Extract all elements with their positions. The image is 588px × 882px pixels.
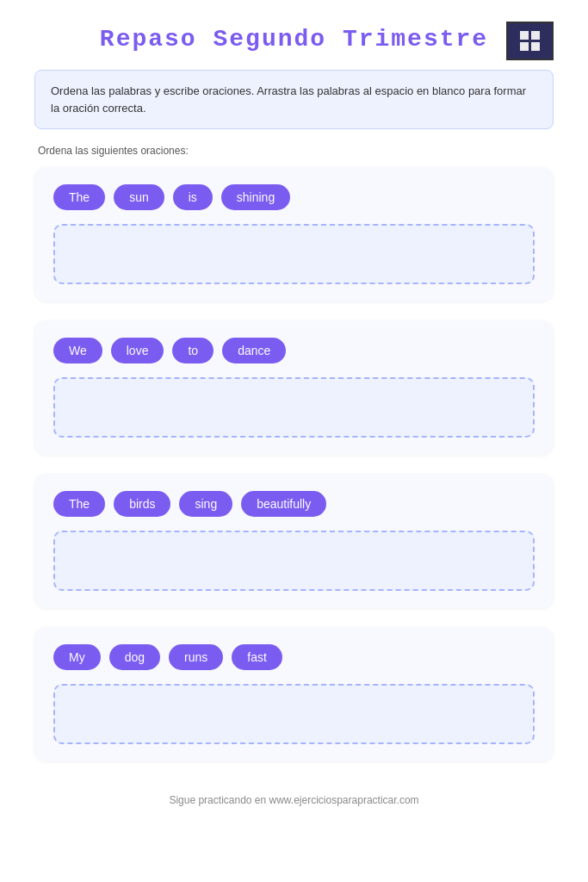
- drop-zone-4[interactable]: [53, 684, 535, 744]
- logo-box: [506, 22, 554, 60]
- chip-1-4[interactable]: shining: [221, 184, 290, 210]
- drop-zone-2[interactable]: [53, 377, 535, 438]
- instructions-text: Ordena las palabras y escribe oraciones.…: [51, 84, 526, 115]
- word-chips-4: Mydogrunsfast: [53, 644, 535, 670]
- drop-zone-1[interactable]: [53, 224, 535, 284]
- logo-cell-2: [531, 31, 540, 40]
- exercises-container: ThesunisshiningWelovetodanceThebirdssing…: [34, 167, 554, 761]
- chip-4-4[interactable]: fast: [232, 644, 282, 670]
- page-title: Repaso Segundo Trimestre: [100, 26, 488, 53]
- chip-3-3[interactable]: sing: [179, 491, 232, 517]
- logo-cell-3: [520, 42, 529, 51]
- word-chips-1: Thesunisshining: [53, 184, 535, 210]
- chip-1-1[interactable]: The: [53, 184, 105, 210]
- footer: Sigue practicando en www.ejerciciosparap…: [34, 780, 554, 815]
- exercise-card-3: Thebirdssingbeautifully: [34, 474, 554, 608]
- chip-4-1[interactable]: My: [53, 644, 101, 670]
- chip-3-2[interactable]: birds: [114, 491, 170, 517]
- chip-3-1[interactable]: The: [53, 491, 105, 517]
- chip-3-4[interactable]: beautifully: [241, 491, 326, 517]
- exercise-card-2: Welovetodance: [34, 320, 554, 455]
- word-chips-3: Thebirdssingbeautifully: [53, 491, 535, 517]
- header: Repaso Segundo Trimestre: [34, 17, 554, 53]
- word-chips-2: Welovetodance: [53, 338, 535, 363]
- logo-cell-1: [520, 31, 529, 40]
- chip-1-2[interactable]: sun: [114, 184, 164, 210]
- page: Repaso Segundo Trimestre Ordena las pala…: [0, 0, 588, 882]
- exercise-card-4: Mydogrunsfast: [34, 627, 554, 761]
- chip-2-3[interactable]: to: [172, 338, 214, 363]
- chip-2-4[interactable]: dance: [222, 338, 286, 363]
- chip-1-3[interactable]: is: [173, 184, 213, 210]
- chip-2-2[interactable]: love: [111, 338, 164, 363]
- section-label: Ordena las siguientes oraciones:: [38, 145, 554, 157]
- chip-4-2[interactable]: dog: [109, 644, 160, 670]
- chip-4-3[interactable]: runs: [169, 644, 223, 670]
- exercise-card-1: Thesunisshining: [34, 167, 554, 301]
- logo-inner: [517, 28, 543, 54]
- chip-2-1[interactable]: We: [53, 338, 102, 363]
- instructions-box: Ordena las palabras y escribe oraciones.…: [34, 70, 554, 129]
- drop-zone-3[interactable]: [53, 531, 535, 591]
- logo-cell-4: [531, 42, 540, 51]
